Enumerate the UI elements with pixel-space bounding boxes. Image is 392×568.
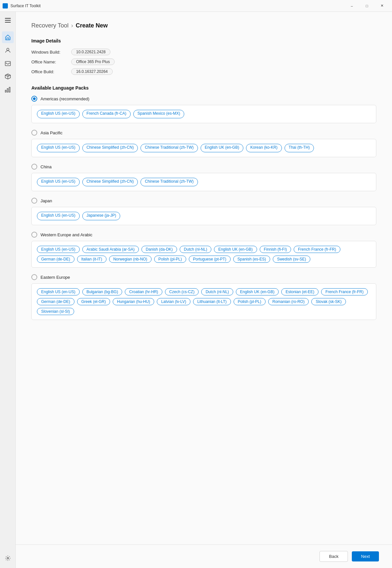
lang-tag-chinese-simplified--zh-cn-[interactable]: Chinese Simplified (zh-CN) — [82, 178, 138, 186]
lang-tag-dutch--nl-nl-[interactable]: Dutch (nl-NL) — [201, 288, 233, 295]
lang-tag-french-canada--fr-ca-[interactable]: French Canada (fr-CA) — [82, 110, 131, 118]
lang-tag-german--de-de-[interactable]: German (de-DE) — [37, 298, 74, 305]
inbox-icon — [5, 60, 11, 67]
lang-tag-english-us--en-us-[interactable]: English US (en-US) — [37, 178, 80, 186]
lang-tag-english-uk--en-gb-[interactable]: English UK (en-GB) — [236, 288, 279, 295]
lang-tag-latvian--lv-lv-[interactable]: Latvian (lv-LV) — [157, 298, 190, 305]
lang-tag-czech--cs-cz-[interactable]: Czech (cs-CZ) — [165, 288, 199, 295]
title-bar: Surface IT Toolkit – □ ✕ — [0, 0, 392, 12]
breadcrumb-parent[interactable]: Recovery Tool — [31, 22, 69, 29]
office-build-label: Office Build: — [31, 69, 67, 74]
region-header-asia-pacific[interactable]: Asia Pacific — [31, 130, 376, 136]
region-label-americas: Americas (recommended) — [41, 96, 90, 101]
next-button[interactable]: Next — [352, 551, 379, 561]
lang-tag-croatian--hr-hr-[interactable]: Croatian (hr-HR) — [125, 288, 162, 295]
region-header-china[interactable]: China — [31, 164, 376, 170]
lang-tag-bulgarian--bg-bg-[interactable]: Bulgarian (bg-BG) — [82, 288, 122, 295]
svg-rect-7 — [9, 87, 10, 92]
region-label-western-europe: Western Europe and Arabic — [41, 232, 92, 237]
main-content: Recovery Tool › Create New Image Details… — [16, 12, 392, 568]
lang-tag-english-us--en-us-[interactable]: English US (en-US) — [37, 212, 80, 220]
sidebar-item-home[interactable] — [2, 31, 14, 43]
lang-tag-romanian--ro-ro-[interactable]: Romanian (ro-RO) — [268, 298, 309, 305]
lang-tag-portuguese--pt-pt-[interactable]: Portuguese (pt-PT) — [189, 256, 231, 263]
lang-tag-english-us--en-us-[interactable]: English US (en-US) — [37, 288, 80, 295]
language-packs-section: Available Language Packs Americas (recom… — [31, 85, 376, 320]
lang-tag-english-us--en-us-[interactable]: English US (en-US) — [37, 144, 80, 152]
lang-tag-estonian--et-ee-[interactable]: Estonian (et-EE) — [281, 288, 318, 295]
lang-tag-greek--el-gr-[interactable]: Greek (el-GR) — [77, 298, 110, 305]
lang-tag-english-us--en-us-[interactable]: English US (en-US) — [37, 246, 80, 253]
lang-tag-lithuanian--lt-lt-[interactable]: Lithuanian (lt-LT) — [193, 298, 231, 305]
close-button[interactable]: ✕ — [374, 0, 389, 12]
lang-tag-thai--th-th-[interactable]: Thai (th-TH) — [285, 144, 314, 152]
hamburger-menu[interactable] — [2, 14, 14, 26]
region-header-eastern-europe[interactable]: Eastern Europe — [31, 274, 376, 280]
lang-tag-swedish--sv-se-[interactable]: Swedish (sv-SE) — [273, 256, 310, 263]
radio-china[interactable] — [31, 164, 37, 170]
title-bar-left: Surface IT Toolkit — [3, 3, 41, 8]
lang-tag-chinese-traditional--zh-tw-[interactable]: Chinese Traditional (zh-TW) — [140, 178, 198, 186]
lang-pack-box-eastern-europe: English US (en-US)Bulgarian (bg-BG)Croat… — [31, 283, 376, 320]
lang-tag-hungarian--hu-hu-[interactable]: Hungarian (hu-HU) — [113, 298, 154, 305]
lang-tag-arabic-saudi-arabia--ar-sa-[interactable]: Arabic Saudi Arabia (ar-SA) — [82, 246, 139, 253]
lang-tag-korean--ko-kr-[interactable]: Korean (ko-KR) — [246, 144, 282, 152]
region-header-americas[interactable]: Americas (recommended) — [31, 96, 376, 102]
lang-tag-finnish--fi-fi-[interactable]: Finnish (fi-FI) — [260, 246, 291, 253]
back-button[interactable]: Back — [319, 551, 348, 562]
lang-tag-spanish-mexico--es-mx-[interactable]: Spanish Mexico (es-MX) — [133, 110, 185, 118]
maximize-button[interactable]: □ — [359, 0, 374, 12]
lang-tag-french-france--fr-fr-[interactable]: French France (fr-FR) — [294, 246, 340, 253]
lang-tag-french-france--fr-fr-[interactable]: French France (fr-FR) — [321, 288, 368, 295]
sidebar-item-settings[interactable] — [2, 552, 14, 564]
radio-asia-pacific[interactable] — [31, 130, 37, 136]
svg-point-0 — [7, 48, 9, 51]
radio-americas[interactable] — [31, 96, 37, 102]
lang-tag-danish--da-dk-[interactable]: Danish (da-DK) — [141, 246, 177, 253]
breadcrumb: Recovery Tool › Create New — [31, 22, 376, 29]
app-title: Surface IT Toolkit — [10, 4, 41, 8]
lang-tag-polish--pl-pl-[interactable]: Polish (pl-PL) — [234, 298, 266, 305]
app-icon — [3, 3, 8, 8]
radio-eastern-europe[interactable] — [31, 274, 37, 280]
sidebar-item-user[interactable] — [2, 44, 14, 56]
lang-tag-slovak--sk-sk-[interactable]: Slovak (sk-SK) — [311, 298, 346, 305]
lang-tag-slovenian--sl-si-[interactable]: Slovenian (sl-SI) — [37, 308, 74, 315]
lang-tag-norwegian--nb-no-[interactable]: Norwegian (nb-NO) — [109, 256, 152, 263]
settings-icon — [5, 555, 11, 561]
radio-western-europe[interactable] — [31, 232, 37, 238]
lang-tag-english-uk--en-gb-[interactable]: English UK (en-GB) — [214, 246, 257, 253]
minimize-button[interactable]: – — [344, 0, 359, 12]
region-header-japan[interactable]: Japan — [31, 198, 376, 204]
region-label-asia-pacific: Asia Pacific — [41, 130, 62, 135]
office-name-row: Office Name: Office 365 Pro Plus — [31, 58, 376, 65]
sidebar-item-inbox[interactable] — [2, 58, 14, 69]
windows-build-row: Windows Build: 10.0.22621.2428 — [31, 49, 376, 55]
lang-tag-chinese-traditional--zh-tw-[interactable]: Chinese Traditional (zh-TW) — [140, 144, 198, 152]
region-label-eastern-europe: Eastern Europe — [41, 275, 70, 280]
lang-tag-english-uk--en-gb-[interactable]: English UK (en-GB) — [201, 144, 243, 152]
region-header-western-europe[interactable]: Western Europe and Arabic — [31, 232, 376, 238]
lang-tag-spanish--es-es-[interactable]: Spanish (es-ES) — [233, 256, 270, 263]
lang-tag-polish--pl-pl-[interactable]: Polish (pl-PL) — [154, 256, 186, 263]
lang-tag-italian--it-it-[interactable]: Italian (it-IT) — [77, 256, 106, 263]
lang-pack-box-americas: English US (en-US)French Canada (fr-CA)S… — [31, 105, 376, 123]
window-controls: – □ ✕ — [344, 0, 389, 12]
sidebar-bottom — [2, 552, 14, 565]
sidebar-item-analytics[interactable] — [2, 84, 14, 95]
lang-tag-english-us--en-us-[interactable]: English US (en-US) — [37, 110, 80, 118]
bottom-bar: Back Next — [16, 544, 392, 568]
sidebar-item-package[interactable] — [2, 71, 14, 82]
lang-tag-chinese-simplified--zh-cn-[interactable]: Chinese Simplified (zh-CN) — [82, 144, 138, 152]
radio-japan[interactable] — [31, 198, 37, 204]
lang-pack-box-japan: English US (en-US)Japanese (ja-JP) — [31, 207, 376, 225]
analytics-icon — [5, 86, 11, 93]
lang-pack-box-china: English US (en-US)Chinese Simplified (zh… — [31, 173, 376, 191]
windows-build-label: Windows Build: — [31, 50, 67, 55]
radio-inner-americas — [33, 97, 36, 100]
lang-tag-japanese--ja-jp-[interactable]: Japanese (ja-JP) — [82, 212, 121, 220]
lang-tag-german--de-de-[interactable]: German (de-DE) — [37, 256, 74, 263]
lang-tag-dutch--nl-nl-[interactable]: Dutch (nl-NL) — [180, 246, 211, 253]
region-label-china: China — [41, 164, 52, 169]
svg-point-8 — [7, 558, 8, 559]
